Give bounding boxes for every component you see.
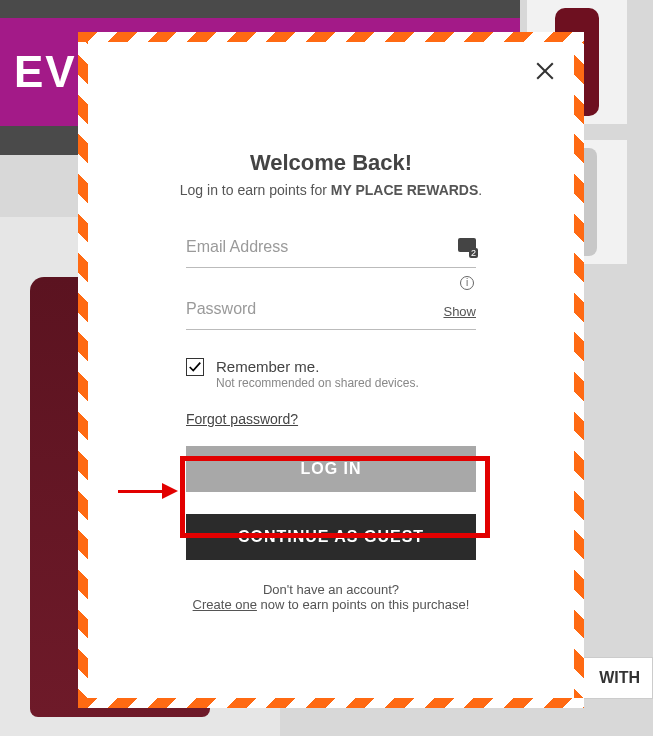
create-account-link[interactable]: Create one [193,597,257,612]
signup-footer: Don't have an account? Create one now to… [186,582,476,612]
remember-label: Remember me. [216,358,419,376]
remember-checkbox[interactable] [186,358,204,376]
info-icon[interactable]: i [460,276,474,290]
login-button[interactable]: LOG IN [186,446,476,492]
keypad-icon [458,238,476,252]
email-field-wrapper [186,238,476,268]
password-field[interactable] [186,300,476,318]
modal-title: Welcome Back! [78,150,584,176]
modal-overlay: Welcome Back! Log in to earn points for … [0,0,653,736]
remember-row: Remember me. Not recommended on shared d… [186,358,476,390]
continue-as-guest-button[interactable]: CONTINUE AS GUEST [186,514,476,560]
password-field-wrapper: i Show [186,300,476,330]
show-password-link[interactable]: Show [443,304,476,319]
login-modal: Welcome Back! Log in to earn points for … [78,32,584,708]
email-field[interactable] [186,238,476,256]
close-icon[interactable] [532,58,558,84]
modal-subtitle: Log in to earn points for MY PLACE REWAR… [78,182,584,198]
remember-sublabel: Not recommended on shared devices. [216,376,419,390]
forgot-password-link[interactable]: Forgot password? [186,411,298,427]
